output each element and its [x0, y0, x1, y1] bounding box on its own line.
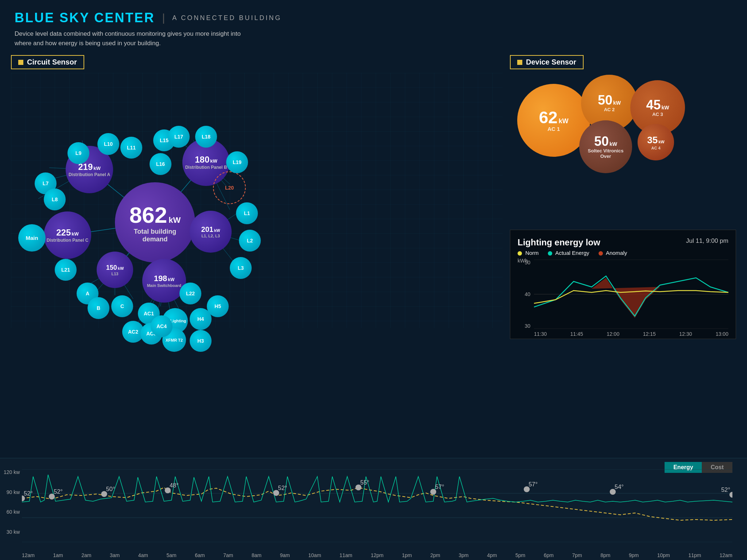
- lighting-chart: Lighting energy low Jul 11, 9:00 pm Norm…: [510, 230, 736, 339]
- l13-unit: kW: [118, 266, 124, 271]
- chart-legend: Norm Actual Energy Anomaly: [518, 250, 728, 256]
- l18-node[interactable]: L18: [195, 126, 217, 148]
- brand-title: BLUE SKY CENTER: [15, 10, 155, 26]
- l9-node[interactable]: L9: [67, 142, 89, 164]
- main-unit: kW: [169, 215, 181, 225]
- ac4-label: AC 4: [651, 146, 660, 150]
- ac1-unit: kW: [559, 117, 569, 125]
- ac4-unit: kW: [658, 140, 665, 144]
- svg-text:52°: 52°: [24, 490, 33, 497]
- main-indicator[interactable]: Main: [18, 224, 46, 252]
- svg-text:52°: 52°: [278, 485, 287, 491]
- b-node[interactable]: B: [88, 297, 109, 319]
- ac4-small-node[interactable]: AC4: [151, 315, 173, 337]
- ac1-value: 62: [539, 109, 557, 126]
- l16-node[interactable]: L16: [150, 153, 171, 175]
- l2-node[interactable]: L2: [239, 230, 261, 252]
- main-label2: demand: [142, 236, 167, 243]
- l22-node[interactable]: L22: [179, 283, 201, 304]
- l10-node[interactable]: L10: [97, 133, 119, 155]
- l13-label: L13: [112, 272, 119, 276]
- svg-text:48°: 48°: [170, 482, 179, 489]
- norm-dot: [518, 251, 522, 256]
- svg-text:57°: 57°: [435, 483, 444, 490]
- brand-subtitle: A CONNECTED BUILDING: [172, 14, 282, 22]
- norm-legend: Norm: [518, 250, 539, 256]
- chart-date: Jul 11, 9:00 pm: [686, 237, 728, 245]
- l11-node[interactable]: L11: [120, 137, 142, 159]
- l13-node[interactable]: 150 kW L13: [97, 252, 133, 288]
- vitronics-unit: kW: [609, 141, 617, 147]
- vitronics-label2: Over: [600, 153, 611, 159]
- chart-svg: [534, 260, 728, 329]
- ac3-label: AC 3: [652, 112, 663, 117]
- switchboard-value: 198: [154, 274, 167, 283]
- ac2-label: AC 2: [604, 107, 615, 112]
- dist-c-value: 225: [56, 228, 71, 238]
- svg-text:50°: 50°: [106, 486, 115, 492]
- bottom-chart: Energy Cost 120 kw 90 kw 60 kw 30 kw 52°…: [0, 458, 747, 560]
- h4-node[interactable]: H4: [190, 308, 212, 330]
- ac3-value: 45: [646, 98, 661, 112]
- anomaly-legend: Anomaly: [599, 250, 627, 256]
- ac3-unit: kW: [662, 105, 669, 110]
- desc-line2: where and how energy is being used in yo…: [15, 40, 161, 47]
- l20-label: L20: [225, 185, 234, 191]
- chart-canvas-area: kWh 50 40 30: [518, 260, 728, 329]
- ac2-unit: kW: [613, 100, 621, 106]
- c-node[interactable]: C: [111, 295, 133, 317]
- l20-node[interactable]: L20: [213, 171, 246, 204]
- switchboard-unit: kW: [168, 277, 174, 282]
- l19-node[interactable]: L19: [226, 151, 248, 173]
- bottom-x-labels: 12am 1am 2am 3am 4am 5am 6am 7am 8am 9am…: [22, 552, 732, 558]
- right-panel: Device Sensor 62 kW AC 1 50 kW AC 2: [510, 55, 736, 339]
- network-area: 862 kW Total building demand 219 kW Dist…: [11, 73, 503, 328]
- description: Device level data combined with continuo…: [0, 29, 255, 55]
- chart-y-labels: 50 40 30: [518, 260, 532, 329]
- l1l2l3-label: L1, L2, L3: [201, 234, 220, 238]
- device-sensor-label: Device Sensor: [510, 55, 584, 69]
- anomaly-dot: [599, 251, 603, 256]
- svg-text:52°: 52°: [54, 488, 63, 495]
- bottom-y-labels: 120 kw 90 kw 60 kw 30 kw: [4, 469, 20, 535]
- l1l2l3-value: 201: [201, 225, 213, 234]
- ac4-value: 35: [647, 135, 658, 146]
- dist-a-label: Distribution Panel A: [69, 172, 110, 177]
- chart-x-labels: 11:30 11:45 12:00 12:15 12:30 13:00: [534, 331, 728, 337]
- desc-line1: Device level data combined with continuo…: [15, 30, 241, 37]
- svg-text:54°: 54°: [615, 483, 624, 490]
- svg-marker-38: [592, 278, 660, 318]
- main-label1: Total building: [134, 228, 177, 236]
- actual-dot: [548, 251, 552, 256]
- dist-a-unit: kW: [93, 166, 101, 171]
- l1-node[interactable]: L1: [236, 202, 258, 224]
- brand-divider: |: [162, 12, 165, 24]
- ac2-value: 50: [598, 94, 612, 107]
- vitronics-label1: Soltec Vitronics: [588, 148, 623, 153]
- device-bubbles: 62 kW AC 1 50 kW AC 2 45 kW AC 3: [510, 73, 736, 226]
- l1l2l3-unit: kW: [214, 228, 220, 233]
- dist-b-value: 180: [195, 155, 209, 165]
- l21-node[interactable]: L21: [55, 259, 77, 281]
- l8-node[interactable]: L8: [44, 188, 66, 210]
- dist-c-node[interactable]: 225 kW Distribution Panel C: [44, 211, 91, 259]
- dist-c-label: Distribution Panel C: [47, 238, 89, 243]
- device-label-dot: [517, 60, 522, 65]
- actual-legend: Actual Energy: [548, 250, 589, 256]
- l1l2l3-node[interactable]: 201 kW L1, L2, L3: [190, 211, 232, 253]
- dist-b-unit: kW: [210, 158, 217, 164]
- main-value: 862: [129, 202, 167, 228]
- h3-node[interactable]: H3: [190, 330, 212, 352]
- main-node[interactable]: 862 kW Total building demand: [115, 182, 195, 262]
- bottom-chart-svg: 52° 52° 50° 48° 52° 55° 57° 57° 54° 52°: [22, 469, 732, 542]
- vitronics-bubble[interactable]: 50 kW Soltec Vitronics Over: [579, 120, 632, 173]
- l17-node[interactable]: L17: [168, 126, 190, 148]
- ac4-bubble[interactable]: 35 kW AC 4: [638, 124, 674, 160]
- svg-text:57°: 57°: [529, 481, 538, 487]
- dist-b-label: Distribution Panel B: [185, 165, 227, 170]
- l3-node[interactable]: L3: [230, 257, 252, 279]
- header: BLUE SKY CENTER | A CONNECTED BUILDING: [0, 0, 747, 29]
- switchboard-label: Main Switchboard: [147, 283, 181, 288]
- circuit-sensor-panel: Circuit Sensor: [11, 55, 503, 339]
- svg-text:55°: 55°: [360, 479, 369, 486]
